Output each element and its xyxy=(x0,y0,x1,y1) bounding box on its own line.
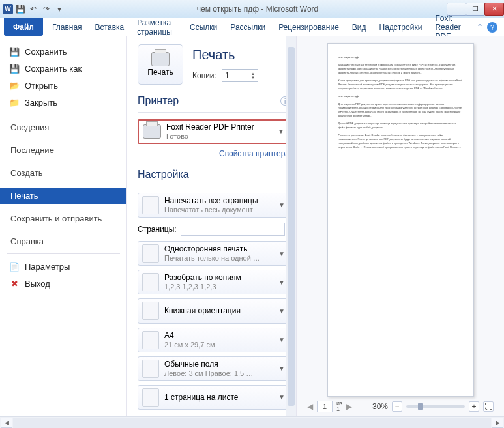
printer-select[interactable]: Foxit Reader PDF Printer Готово ▼ xyxy=(138,119,289,144)
nav-saveas[interactable]: 💾Сохранить как xyxy=(0,60,126,77)
printer-name: Foxit Reader PDF Printer xyxy=(166,122,254,132)
opt-margins[interactable]: Обычные поляЛевое: 3 см Правое: 1,5 … ▼ xyxy=(138,356,289,381)
print-preview: чем открыть пдф Большинство важных текст… xyxy=(297,36,504,416)
center-scrollbar[interactable] xyxy=(286,36,296,416)
tab-review[interactable]: Рецензирование xyxy=(272,18,346,36)
dropdown-icon: ▼ xyxy=(278,393,285,401)
margins-icon xyxy=(142,360,159,378)
window-title: чем открыть пдф - Microsoft Word xyxy=(68,5,447,14)
next-page-button[interactable]: ▶ xyxy=(346,402,352,411)
saveas-icon: 💾 xyxy=(9,63,20,74)
pages-icon xyxy=(142,196,159,214)
undo-icon[interactable]: ↶ xyxy=(27,3,39,15)
close-button[interactable]: ✕ xyxy=(484,3,504,16)
zoom-fit-button[interactable]: ⛶ xyxy=(483,401,494,412)
pages-row: Страницы: i xyxy=(138,223,289,236)
preview-page: чем открыть пдф Большинство важных текст… xyxy=(327,43,474,397)
copies-row: Копии: 1 ▲▼ xyxy=(192,69,258,82)
nav-options[interactable]: 📄Параметры xyxy=(0,258,126,275)
nav-send[interactable]: Сохранить и отправить xyxy=(0,210,126,227)
exit-icon: ✖ xyxy=(9,278,20,289)
tab-references[interactable]: Ссылки xyxy=(183,18,224,36)
scroll-track[interactable] xyxy=(13,418,491,428)
printer-properties-link[interactable]: Свойства принтера xyxy=(138,149,289,158)
print-header: Печать Печать Копии: 1 ▲▼ xyxy=(138,44,289,85)
nav-close[interactable]: 📁Закрыть xyxy=(0,94,126,111)
nav-separator xyxy=(7,115,120,115)
ribbon-extras: ⌃ ? xyxy=(477,18,504,36)
sheet-icon xyxy=(142,388,159,407)
tab-addins[interactable]: Надстройки xyxy=(373,18,429,36)
close-icon: 📁 xyxy=(9,97,20,107)
open-icon: 📂 xyxy=(9,80,20,91)
zoom-slider[interactable] xyxy=(406,405,465,408)
nav-recent[interactable]: Последние xyxy=(0,142,126,158)
copies-spinner[interactable]: 1 ▲▼ xyxy=(222,69,258,82)
opt-sides[interactable]: Односторонняя печатьПечатать только на о… xyxy=(138,241,289,266)
scroll-left-button[interactable]: ◀ xyxy=(1,418,12,428)
zoom-out-button[interactable]: − xyxy=(392,401,402,412)
zoom-value: 30% xyxy=(372,402,388,411)
nav-exit[interactable]: ✖Выход xyxy=(0,275,126,292)
print-panel: Печать Печать Копии: 1 ▲▼ Принтерi Foxit… xyxy=(127,36,297,416)
dropdown-icon: ▼ xyxy=(278,279,285,286)
dropdown-icon: ▼ xyxy=(278,128,284,135)
prev-page-button[interactable]: ◀ xyxy=(307,402,313,411)
opt-print-range[interactable]: Напечатать все страницыНапечатать весь д… xyxy=(138,193,289,218)
help-icon[interactable]: ? xyxy=(487,22,497,33)
tab-view[interactable]: Вид xyxy=(346,18,373,36)
word-app-icon: W xyxy=(3,4,13,14)
dropdown-icon: ▼ xyxy=(278,336,285,343)
tab-file[interactable]: Файл xyxy=(4,18,43,36)
spinner-arrows-icon[interactable]: ▲▼ xyxy=(251,72,255,79)
tab-foxit[interactable]: Foxit Reader PDF xyxy=(428,18,477,36)
zoom-in-button[interactable]: + xyxy=(469,401,479,412)
backstage-nav: 💾Сохранить 💾Сохранить как 📂Открыть 📁Закр… xyxy=(0,36,127,416)
tab-insert[interactable]: Вставка xyxy=(89,18,131,36)
paper-icon xyxy=(142,331,159,349)
page-of: из1 xyxy=(336,401,342,412)
nav-save[interactable]: 💾Сохранить xyxy=(0,43,126,60)
qat-more-icon[interactable]: ▾ xyxy=(53,3,65,15)
printer-icon xyxy=(143,124,161,139)
nav-open[interactable]: 📂Открыть xyxy=(0,77,126,94)
tab-home[interactable]: Главная xyxy=(46,18,89,36)
opt-pages-per-sheet[interactable]: 1 страница на листе ▼ xyxy=(138,385,289,410)
collate-icon xyxy=(142,273,159,291)
print-title: Печать xyxy=(192,48,258,63)
printer-status: Готово xyxy=(166,132,254,141)
redo-icon[interactable]: ↷ xyxy=(40,3,52,15)
tab-pagelayout[interactable]: Разметка страницы xyxy=(130,18,183,36)
save-icon[interactable]: 💾 xyxy=(14,3,26,15)
dropdown-icon: ▼ xyxy=(278,250,285,257)
nav-print[interactable]: Печать xyxy=(0,188,126,204)
tab-mailings[interactable]: Рассылки xyxy=(224,18,272,36)
copies-label: Копии: xyxy=(192,71,216,80)
orientation-icon xyxy=(142,302,159,320)
opt-orientation[interactable]: Книжная ориентация ▼ xyxy=(138,298,289,323)
printer-section-title: Принтерi xyxy=(138,95,289,107)
options-icon: 📄 xyxy=(9,261,20,272)
quick-access-toolbar: W 💾 ↶ ↷ ▾ xyxy=(0,3,68,15)
print-button[interactable]: Печать xyxy=(138,44,183,85)
opt-paper-size[interactable]: A421 см x 29,7 см ▼ xyxy=(138,328,289,352)
pages-label: Страницы: xyxy=(138,225,177,234)
save-icon: 💾 xyxy=(9,46,20,57)
nav-info[interactable]: Сведения xyxy=(0,119,126,136)
nav-help[interactable]: Справка xyxy=(0,233,126,250)
dropdown-icon: ▼ xyxy=(278,201,285,208)
ribbon-collapse-icon[interactable]: ⌃ xyxy=(477,23,483,32)
scroll-right-button[interactable]: ▶ xyxy=(492,418,503,428)
ribbon: Файл Главная Вставка Разметка страницы С… xyxy=(0,18,504,36)
horizontal-scrollbar[interactable]: ◀ ▶ xyxy=(0,416,504,428)
zoom-thumb[interactable] xyxy=(418,403,423,410)
preview-footer: ◀ 1 из1 ▶ 30% − + ⛶ xyxy=(304,397,496,416)
opt-collate[interactable]: Разобрать по копиям1,2,3 1,2,3 1,2,3 ▼ xyxy=(138,270,289,294)
pages-input[interactable] xyxy=(181,223,285,236)
dropdown-icon: ▼ xyxy=(278,307,285,315)
printer-icon xyxy=(151,52,170,66)
settings-section-title: Настройка xyxy=(138,169,289,180)
page-number-input[interactable]: 1 xyxy=(317,401,333,412)
nav-new[interactable]: Создать xyxy=(0,165,126,181)
nav-separator-2 xyxy=(7,253,120,254)
